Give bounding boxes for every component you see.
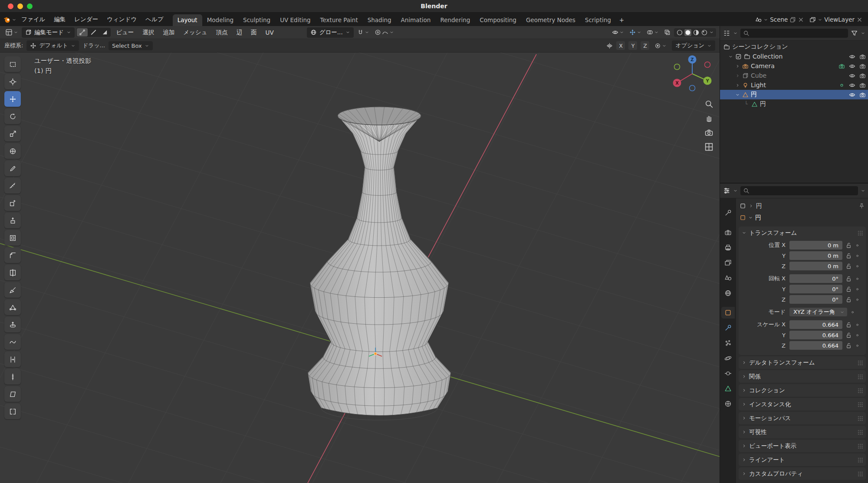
menu-help[interactable]: ヘルプ [141, 14, 167, 25]
vertex-select-mode-button[interactable] [77, 28, 88, 36]
menu-mesh[interactable]: メッシュ [180, 27, 210, 38]
lock-icon[interactable] [845, 332, 852, 338]
toolbar-annotate-tool[interactable] [4, 161, 21, 176]
disable-in-renders-toggle[interactable] [859, 63, 866, 69]
edge-select-mode-button[interactable] [88, 28, 99, 36]
chevron-down-icon[interactable] [733, 31, 738, 36]
rotation-x-field[interactable]: 0° [789, 274, 842, 283]
chevron-down-icon[interactable] [861, 188, 865, 193]
filter-icon[interactable] [851, 30, 858, 37]
toolbar-scale-tool[interactable] [4, 126, 21, 141]
disable-in-renders-toggle[interactable] [859, 72, 866, 79]
rotation-z-field[interactable]: 0° [789, 295, 842, 304]
location-x-field[interactable]: 0 m [789, 241, 842, 250]
disclosure-triangle[interactable] [728, 54, 733, 59]
blender-logo-icon[interactable] [3, 16, 11, 23]
menu-file[interactable]: ファイル [17, 14, 49, 25]
editor-type-button[interactable] [3, 28, 20, 37]
disclosure-triangle[interactable] [735, 64, 740, 69]
interaction-mode-dropdown[interactable]: 編集モード [22, 27, 75, 38]
tab-tool[interactable] [721, 207, 735, 219]
lock-icon[interactable] [845, 296, 852, 303]
toolbar-rip-region-tool[interactable] [4, 404, 21, 419]
hide-in-viewport-toggle[interactable] [849, 63, 855, 69]
animate-dot[interactable] [855, 264, 860, 269]
panel-grip[interactable] [858, 471, 863, 476]
animate-dot[interactable] [855, 333, 860, 338]
toolbar-measure-tool[interactable] [4, 178, 21, 194]
toolbar-3d-cursor-tool[interactable] [4, 74, 21, 89]
workspace-tab-shading[interactable]: Shading [363, 14, 396, 26]
animate-dot[interactable] [855, 343, 860, 348]
panel-grip[interactable] [858, 457, 863, 463]
workspace-tab-modeling[interactable]: Modeling [202, 14, 238, 26]
toolbar-move-tool[interactable] [4, 91, 21, 107]
proportional-editing-button[interactable] [373, 28, 396, 36]
animate-dot[interactable] [855, 297, 860, 302]
viewport-canvas[interactable]: ZYX [0, 53, 720, 483]
zoom-icon[interactable] [704, 99, 713, 108]
disable-in-renders-toggle[interactable] [859, 82, 866, 89]
chevron-down-icon[interactable] [748, 215, 753, 220]
scale-y-field[interactable]: 0.664 [789, 331, 842, 339]
lock-icon[interactable] [845, 276, 852, 282]
panel-grip[interactable] [858, 230, 863, 236]
toolbar-smooth-tool[interactable] [4, 334, 21, 350]
menu-edge[interactable]: 辺 [233, 27, 246, 38]
tab-render[interactable] [721, 227, 735, 238]
gizmos-button[interactable] [628, 28, 643, 36]
lock-icon[interactable] [845, 263, 852, 269]
animate-dot[interactable] [855, 243, 860, 248]
workspace-tab-texture-paint[interactable]: Texture Paint [316, 14, 363, 26]
tab-view-layer[interactable] [721, 257, 735, 269]
toolbar-shrink-fatten-tool[interactable] [4, 369, 21, 384]
outliner-row-cube[interactable]: Cube [720, 71, 868, 80]
hide-in-viewport-toggle[interactable] [849, 72, 855, 79]
disable-in-renders-toggle[interactable] [859, 53, 866, 60]
outliner-row-light[interactable]: Light [720, 80, 868, 90]
toolbar-shear-tool[interactable] [4, 386, 21, 402]
object-type-visibility-button[interactable] [610, 28, 626, 36]
chevron-down-icon[interactable] [733, 188, 738, 193]
toolbar-poly-build-tool[interactable] [4, 299, 21, 315]
transform-orientation-dropdown[interactable]: グロー... [307, 27, 354, 38]
animate-dot[interactable] [850, 310, 855, 315]
view-layer-selector[interactable]: ViewLayer [808, 15, 865, 24]
workspace-tab-rendering[interactable]: Rendering [435, 14, 475, 26]
copy-scene-icon[interactable] [789, 16, 796, 23]
menu-window[interactable]: ウィンドウ [103, 14, 141, 25]
lock-icon[interactable] [845, 286, 852, 292]
animate-dot[interactable] [855, 253, 860, 258]
xray-toggle-button[interactable] [662, 28, 672, 36]
workspace-tab-compositing[interactable]: Compositing [475, 14, 521, 26]
tab-modifiers[interactable] [721, 322, 735, 334]
toolbar-inset-faces-tool[interactable] [4, 230, 21, 246]
panel-grip[interactable] [858, 388, 863, 393]
outliner-item-label[interactable]: Light [751, 82, 766, 89]
lock-icon[interactable] [845, 342, 852, 349]
panel-grip[interactable] [858, 402, 863, 407]
camera-view-icon[interactable] [704, 128, 713, 137]
menu-view[interactable]: ビュー [112, 27, 137, 38]
shading-solid-button[interactable] [684, 29, 691, 36]
object-name-field[interactable]: 円 [755, 214, 761, 222]
tab-physics[interactable] [721, 352, 735, 364]
mirror-z-toggle[interactable]: Z [641, 41, 649, 50]
hide-in-viewport-toggle[interactable] [849, 92, 855, 98]
animate-dot[interactable] [855, 287, 860, 292]
hide-in-viewport-toggle[interactable] [849, 53, 855, 60]
outliner-row-camera[interactable]: Camera [720, 61, 868, 71]
panel-grip[interactable] [858, 360, 863, 365]
zoom-window-button[interactable] [27, 3, 33, 9]
outliner-item-label[interactable]: シーンコレクション [732, 43, 788, 51]
panel-grip[interactable] [858, 430, 863, 435]
menu-select[interactable]: 選択 [139, 27, 158, 38]
pan-hand-icon[interactable] [704, 114, 713, 123]
unlink-scene-icon[interactable] [798, 16, 804, 23]
scale-z-field[interactable]: 0.664 [789, 341, 842, 350]
outliner-row-scene-collection[interactable]: シーンコレクション [720, 42, 868, 52]
outliner-item-label[interactable]: Camera [751, 62, 775, 69]
minimize-window-button[interactable] [17, 3, 23, 9]
scale-x-field[interactable]: 0.664 [789, 320, 842, 329]
menu-vertex[interactable]: 頂点 [213, 27, 231, 38]
